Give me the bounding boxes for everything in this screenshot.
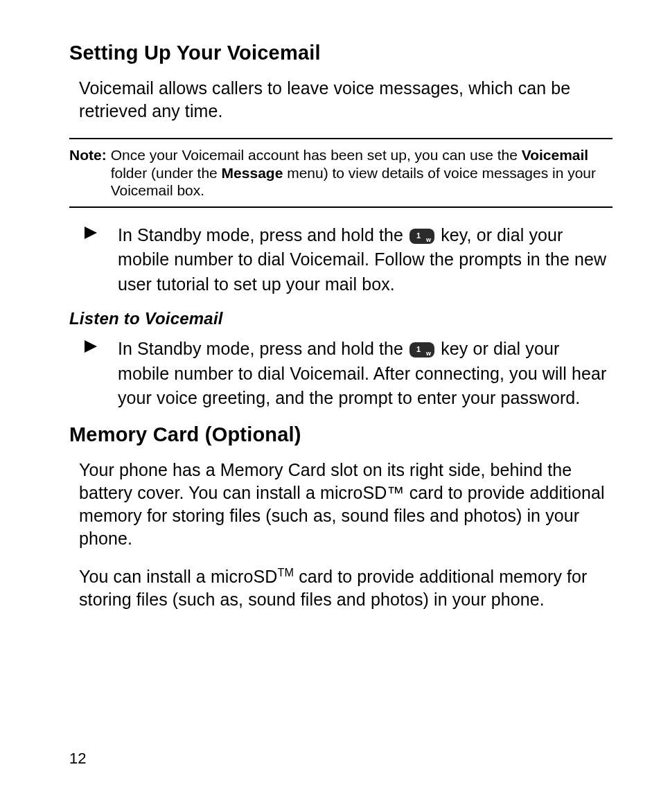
svg-text:1: 1	[416, 345, 421, 353]
memory-card-para-1: Your phone has a Memory Card slot on its…	[79, 459, 612, 550]
svg-text:w: w	[425, 350, 432, 357]
manual-page: Setting Up Your Voicemail Voicemail allo…	[0, 0, 661, 812]
svg-text:1: 1	[416, 231, 421, 240]
voicemail-intro-paragraph: Voicemail allows callers to leave voice …	[79, 77, 612, 123]
step-setup-voicemail: In Standby mode, press and hold the 1w k…	[85, 223, 612, 297]
svg-marker-4	[85, 340, 97, 353]
trademark-superscript: TM	[277, 566, 294, 579]
step-text: In Standby mode, press and hold the 1w k…	[118, 337, 612, 411]
memory-card-para-2: You can install a microSDTM card to prov…	[79, 565, 612, 611]
note-text: Once your Voicemail account has been set…	[111, 146, 610, 200]
section-heading-voicemail: Setting Up Your Voicemail	[69, 42, 612, 64]
subheading-listen-voicemail: Listen to Voicemail	[69, 309, 612, 328]
svg-text:w: w	[425, 236, 432, 243]
step-text: In Standby mode, press and hold the 1w k…	[118, 223, 612, 297]
note-block: Note: Once your Voicemail account has be…	[69, 138, 612, 208]
section-heading-memory-card: Memory Card (Optional)	[69, 423, 612, 446]
page-number: 12	[69, 750, 86, 768]
one-w-key-icon: 1w	[409, 339, 434, 355]
step-listen-voicemail: In Standby mode, press and hold the 1w k…	[85, 337, 612, 411]
play-triangle-icon	[85, 340, 97, 353]
one-w-key-icon: 1w	[409, 226, 434, 241]
svg-marker-0	[85, 227, 97, 239]
note-label: Note:	[69, 146, 107, 164]
play-triangle-icon	[85, 227, 97, 239]
